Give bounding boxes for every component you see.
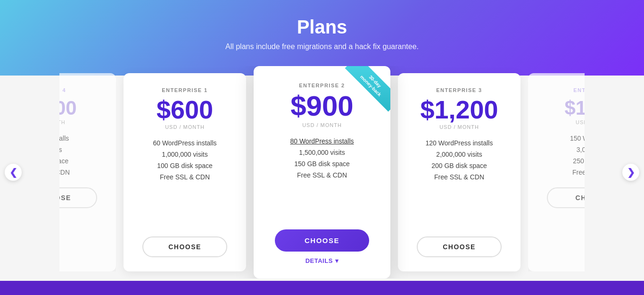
partial-left-card-wrap: NESS 4 $400 MONTH ss installs visits isk… [59,73,116,271]
enterprise5-feature-3: 250 GB dis [537,157,585,165]
details-chevron-icon: ▾ [335,257,339,264]
enterprise5-feature-4: Free SSL & [537,169,585,176]
footer-bar [0,281,644,295]
enterprise3-feature-3: 200 GB disk space [426,162,493,169]
enterprise4-feature-4: SL & CDN [59,169,107,176]
enterprise5-price: $1,50 [537,97,585,119]
enterprise5-period: USD / MO [537,119,585,125]
enterprise3-price: $1,200 [420,97,498,122]
enterprise2-features: 80 WordPress installs 1,500,000 visits 1… [290,137,354,218]
enterprise2-card: 30-daymoney-back ENTERPRISE 2 $900 USD /… [254,66,390,278]
enterprise4-period: MONTH [59,119,107,125]
enterprise2-feature-1: 80 WordPress installs [290,137,354,145]
enterprise1-feature-4: Free SSL & CDN [153,173,216,181]
ribbon-text: 30-daymoney-back [345,66,390,111]
enterprise1-choose-button[interactable]: CHOOSE [142,236,227,257]
page-wrapper: Plans All plans include free migrations … [0,0,644,295]
enterprise4-choose-button[interactable]: CHOOSE [59,187,97,208]
prev-arrow[interactable]: ❮ [5,164,22,181]
enterprise4-card: NESS 4 $400 MONTH ss installs visits isk… [59,73,116,271]
partial-right-card-wrap: ENTERPRI $1,50 USD / MO 150 WordPre 3,00… [528,73,585,271]
header-subtitle: All plans include free migrations and a … [9,42,635,51]
header: Plans All plans include free migrations … [0,0,644,65]
enterprise1-feature-2: 1,000,000 visits [153,151,216,158]
details-text: DETAILS [305,257,333,264]
next-arrow[interactable]: ❯ [622,164,639,181]
enterprise2-feature-3: 150 GB disk space [290,160,354,168]
details-link[interactable]: DETAILS ▾ [305,257,339,264]
enterprise3-features: 120 WordPress installs 2,000,000 visits … [426,139,493,225]
enterprise4-price: $400 [59,97,107,119]
enterprise1-name: ENTERPRISE 1 [162,87,207,93]
enterprise5-feature-2: 3,000,00 [537,146,585,153]
enterprise5-choose-button[interactable]: CHOOS [547,187,585,208]
plans-area: ❮ NESS 4 $400 MONTH ss installs visits i… [0,66,644,278]
enterprise1-period: USD / MONTH [165,124,205,130]
enterprise1-feature-3: 100 GB disk space [153,162,216,169]
enterprise2-feature-2: 1,500,000 visits [290,149,354,156]
enterprise1-features: 60 WordPress installs 1,000,000 visits 1… [153,139,216,225]
enterprise3-feature-1: 120 WordPress installs [426,139,493,147]
enterprise3-feature-2: 2,000,000 visits [426,151,493,158]
enterprise5-card: ENTERPRI $1,50 USD / MO 150 WordPre 3,00… [528,73,585,271]
enterprise4-feature-2: visits [59,146,107,153]
enterprise2-choose-button[interactable]: CHOOSE [275,229,369,252]
enterprise1-feature-1: 60 WordPress installs [153,139,216,147]
enterprise4-features: ss installs visits isk space SL & CDN [59,135,107,176]
enterprise3-period: USD / MONTH [439,124,479,130]
enterprise5-features: 150 WordPre 3,000,00 250 GB dis Free SSL… [537,135,585,176]
enterprise4-name: NESS 4 [59,87,107,93]
enterprise1-card: ENTERPRISE 1 $600 USD / MONTH 60 WordPre… [124,73,246,271]
cards-container: NESS 4 $400 MONTH ss installs visits isk… [0,66,644,278]
enterprise3-card: ENTERPRISE 3 $1,200 USD / MONTH 120 Word… [398,73,520,271]
enterprise3-choose-button[interactable]: CHOOSE [417,236,502,257]
enterprise2-feature-4: Free SSL & CDN [290,171,354,179]
enterprise3-feature-4: Free SSL & CDN [426,173,493,181]
enterprise2-period: USD / MONTH [302,122,342,128]
enterprise4-feature-3: isk space [59,157,107,165]
ribbon: 30-daymoney-back [339,66,390,118]
enterprise3-name: ENTERPRISE 3 [436,87,482,93]
enterprise5-name: ENTERPRI [537,87,585,93]
enterprise5-feature-1: 150 WordPre [537,135,585,142]
enterprise4-feature-1: ss installs [59,135,107,142]
enterprise1-price: $600 [157,97,213,122]
page-title: Plans [9,17,635,38]
